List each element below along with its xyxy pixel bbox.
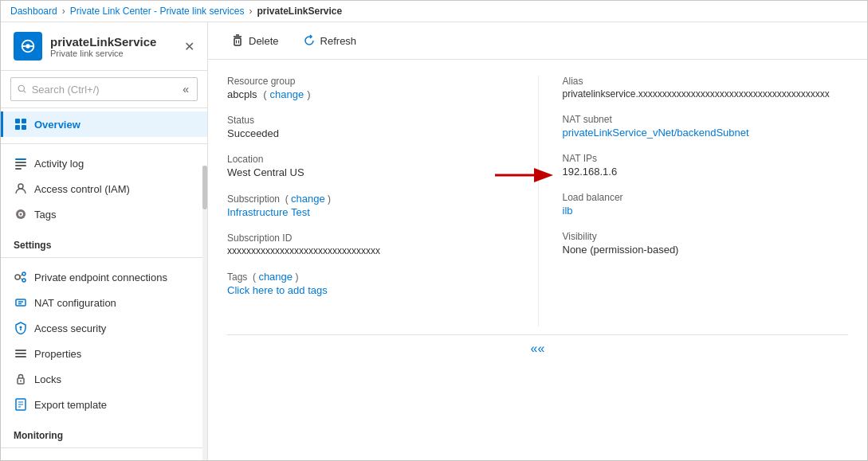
breadcrumb-private-link-center[interactable]: Private Link Center - Private link servi… — [70, 6, 245, 17]
nat-config-icon — [14, 295, 28, 310]
svg-point-20 — [22, 279, 26, 282]
breadcrumb: Dashboard › Private Link Center - Privat… — [1, 1, 867, 22]
breadcrumb-current: privateLinkService — [257, 6, 342, 17]
breadcrumb-dashboard[interactable]: Dashboard — [10, 6, 57, 17]
field-resource-group: Resource group Resource group abcpls ( c… — [227, 76, 522, 100]
tags-text: Tags — [227, 272, 247, 283]
sidebar-item-activity-log[interactable]: Activity log — [1, 150, 207, 176]
scroll-track — [202, 166, 207, 460]
search-icon — [18, 84, 27, 95]
field-subscription-id: Subscription ID xxxxxxxxxxxxxxxxxxxxxxxx… — [227, 232, 522, 256]
sidebar-item-iam[interactable]: Access control (IAM) — [1, 176, 207, 201]
delete-label: Delete — [249, 35, 279, 47]
resource-header: privateLinkService Private link service … — [1, 22, 207, 71]
detail-right: Alias privatelinkservice.xxxxxxxxxxxxxxx… — [538, 76, 849, 326]
settings-section-title: Settings — [1, 230, 207, 254]
field-alias: Alias privatelinkservice.xxxxxxxxxxxxxxx… — [563, 76, 833, 100]
svg-rect-12 — [15, 165, 26, 166]
subscription-value[interactable]: Infrastructure Test — [227, 206, 310, 218]
load-balancer-value[interactable]: ilb — [563, 205, 573, 217]
nat-subnet-label: NAT subnet — [563, 114, 833, 125]
subscription-change-link[interactable]: change — [291, 193, 325, 205]
collapse-sidebar-button[interactable]: « — [181, 81, 190, 97]
sidebar-item-nat-config[interactable]: NAT configuration — [1, 290, 207, 315]
sidebar-item-alerts[interactable]: Alerts — [1, 455, 207, 460]
resource-subtitle: Private link service — [50, 49, 156, 58]
sidebar-item-overview[interactable]: Overview — [1, 111, 207, 137]
nav-divider-3 — [1, 447, 207, 448]
svg-rect-13 — [15, 168, 22, 170]
field-nat-subnet: NAT subnet privateLinkService_vNet/backe… — [563, 114, 833, 139]
nat-subnet-value[interactable]: privateLinkService_vNet/backendSubnet — [563, 127, 749, 139]
svg-rect-10 — [15, 158, 26, 160]
field-subscription: Subscription ( change ) Infrastructure T… — [227, 193, 522, 218]
svg-point-14 — [18, 184, 23, 189]
subscription-id-label: Subscription ID — [227, 232, 522, 244]
svg-rect-8 — [15, 125, 20, 130]
sidebar: privateLinkService Private link service … — [1, 22, 208, 460]
search-input[interactable] — [32, 84, 177, 96]
sidebar-item-export-template[interactable]: Export template — [1, 392, 207, 417]
svg-rect-7 — [22, 119, 26, 123]
svg-point-4 — [18, 85, 24, 91]
access-security-icon — [14, 321, 28, 335]
resource-group-change-link[interactable]: change — [270, 88, 304, 100]
tags-add-link[interactable]: Click here to add tags — [227, 284, 328, 296]
iam-icon — [14, 182, 28, 196]
monitoring-section-title: Monitoring — [1, 420, 207, 444]
private-endpoint-icon — [14, 270, 28, 284]
svg-rect-44 — [234, 38, 241, 45]
nav-divider-2 — [1, 257, 207, 258]
close-button[interactable]: ✕ — [184, 39, 194, 54]
subscription-text: Subscription — [227, 193, 280, 205]
private-link-icon — [19, 37, 37, 55]
sidebar-item-locks[interactable]: Locks — [1, 366, 207, 392]
detail-left: Resource group Resource group abcpls ( c… — [227, 76, 538, 326]
main-layout: privateLinkService Private link service … — [1, 22, 867, 460]
nat-ips-value: 192.168.1.6 — [563, 166, 833, 178]
status-label: Status — [227, 115, 522, 126]
resource-group-value-row: Resource group abcpls ( change ) — [227, 88, 522, 100]
nat-ips-label: NAT IPs — [563, 153, 833, 164]
svg-rect-11 — [15, 162, 26, 163]
sidebar-item-private-endpoint[interactable]: Private endpoint connections — [1, 264, 207, 290]
sidebar-item-overview-label: Overview — [34, 119, 81, 131]
app-container: Dashboard › Private Link Center - Privat… — [0, 0, 868, 461]
collapse-details-button[interactable]: «« — [531, 342, 545, 356]
sidebar-item-tags[interactable]: Tags — [1, 201, 207, 227]
sidebar-item-locks-label: Locks — [34, 373, 61, 385]
locks-icon — [14, 372, 28, 386]
nav-divider-1 — [1, 143, 207, 144]
sidebar-item-properties[interactable]: Properties — [1, 341, 207, 366]
overview-icon — [14, 117, 28, 131]
delete-button[interactable]: Delete — [221, 29, 289, 53]
svg-point-17 — [20, 213, 22, 216]
sidebar-item-access-security[interactable]: Access security — [1, 315, 207, 341]
refresh-icon — [303, 34, 316, 47]
svg-rect-30 — [15, 356, 26, 357]
nav-section-main: Overview — [1, 108, 207, 140]
svg-rect-29 — [15, 353, 26, 354]
svg-rect-6 — [15, 119, 20, 123]
status-value: Succeeded — [227, 127, 522, 139]
detail-grid: Resource group Resource group abcpls ( c… — [227, 76, 848, 326]
field-nat-ips: NAT IPs 192.168.1.6 — [563, 153, 833, 178]
subscription-id-value: xxxxxxxxxxxxxxxxxxxxxxxxxxxxxxxx — [227, 245, 522, 256]
field-location: Location West Central US — [227, 154, 522, 178]
svg-rect-28 — [15, 350, 26, 351]
resource-group-change-paren-close: ) — [307, 88, 310, 100]
field-load-balancer: Load balancer ilb — [563, 192, 833, 217]
svg-line-22 — [20, 277, 22, 280]
scroll-thumb — [202, 166, 207, 209]
visibility-label: Visibility — [563, 231, 833, 242]
export-template-icon — [14, 397, 28, 412]
resource-title: privateLinkService — [50, 35, 156, 49]
alias-label: Alias — [563, 76, 833, 87]
location-value: West Central US — [227, 166, 522, 178]
svg-point-26 — [20, 326, 22, 329]
sidebar-item-export-template-label: Export template — [34, 399, 107, 411]
svg-rect-9 — [22, 125, 26, 130]
refresh-button[interactable]: Refresh — [293, 29, 367, 53]
tags-change-link[interactable]: change — [258, 271, 293, 283]
activity-log-icon — [14, 156, 28, 170]
